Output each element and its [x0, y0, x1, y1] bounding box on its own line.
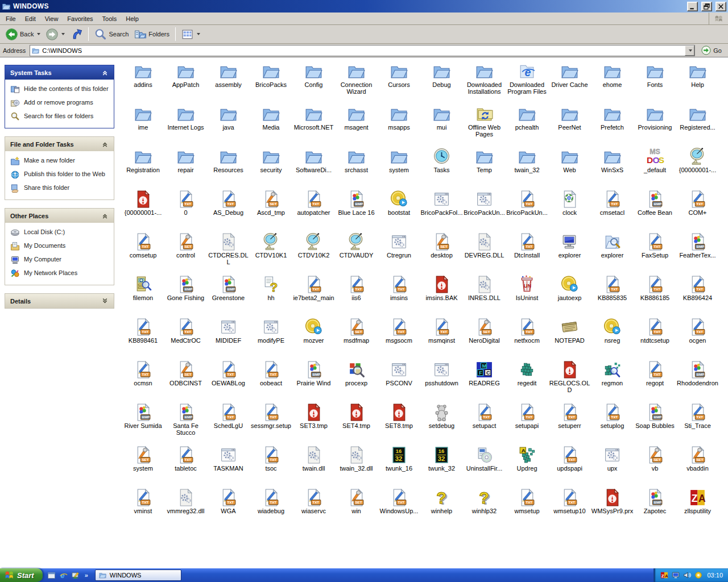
file-item[interactable]: java: [207, 103, 250, 146]
task-button-windows[interactable]: WINDOWS: [95, 569, 181, 581]
file-item[interactable]: SET3.tmp: [292, 401, 335, 444]
file-item[interactable]: TXTKB896424: [676, 273, 719, 316]
file-item[interactable]: psshutdown: [420, 359, 463, 401]
quick-launch-overflow-chevron[interactable]: »: [83, 572, 90, 579]
file-item[interactable]: TXTwmsetup10: [548, 487, 591, 529]
panel-system-tasks-header[interactable]: System Tasks: [5, 65, 114, 80]
menu-help[interactable]: Help: [121, 14, 143, 24]
file-item[interactable]: Connection Wizard: [335, 60, 378, 103]
file-item[interactable]: TXTOEWABLog: [207, 359, 250, 401]
address-dropdown-button[interactable]: [685, 45, 694, 56]
file-item[interactable]: Media: [250, 103, 292, 146]
file-item[interactable]: Debug: [420, 60, 463, 103]
file-item[interactable]: TXTsetupact: [463, 401, 506, 444]
file-item[interactable]: UninstallFir...: [463, 444, 506, 487]
internet-explorer-icon[interactable]: e: [59, 571, 68, 580]
file-item[interactable]: TXTupdspapi: [548, 444, 591, 487]
file-item[interactable]: TXTWindowsUp...: [378, 487, 420, 529]
file-item[interactable]: DEVREG.DLL: [463, 231, 506, 273]
file-item[interactable]: TXTimsins: [378, 273, 420, 316]
task-publish-folder[interactable]: Publish this folder to the Web: [10, 171, 110, 179]
views-dropdown-icon[interactable]: [197, 33, 200, 35]
menu-edit[interactable]: Edit: [20, 14, 40, 24]
file-item[interactable]: SETAscd_tmp: [250, 188, 292, 231]
file-item[interactable]: TXTAS_Debug: [207, 188, 250, 231]
file-item[interactable]: TXTie7beta2_main: [292, 273, 335, 316]
file-item[interactable]: ZAzllsputility: [676, 487, 719, 529]
file-item[interactable]: TXTtabletoc: [164, 444, 207, 487]
panel-details-header[interactable]: Details: [5, 294, 114, 308]
file-item[interactable]: twain_32.dll: [335, 444, 378, 487]
place-my-documents[interactable]: My Documents: [10, 242, 110, 251]
file-item[interactable]: BricoPacks: [250, 60, 292, 103]
volume-tray-icon[interactable]: [683, 571, 691, 579]
file-item[interactable]: BMPBlue Lace 16: [335, 188, 378, 231]
file-item[interactable]: TXTwiadebug: [250, 487, 292, 529]
file-item[interactable]: regedit: [506, 359, 548, 401]
file-item[interactable]: CTDV10K2: [292, 231, 335, 273]
file-item[interactable]: twain.dll: [292, 444, 335, 487]
restore-button[interactable]: [701, 2, 712, 11]
file-item[interactable]: twain_32: [506, 146, 548, 188]
forward-dropdown-icon[interactable]: [61, 33, 65, 35]
file-item[interactable]: SoftwareDi...: [292, 146, 335, 188]
file-item[interactable]: PeerNet: [548, 103, 591, 146]
file-item[interactable]: WMSysPr9.prx: [591, 487, 634, 529]
minimize-button[interactable]: [687, 2, 698, 11]
file-item[interactable]: BMPPrairie Wind: [292, 359, 335, 401]
file-item[interactable]: BMPGone Fishing: [164, 273, 207, 316]
file-item[interactable]: SETsystem: [122, 444, 164, 487]
file-item[interactable]: msagent: [335, 103, 378, 146]
file-item[interactable]: WinSxS: [591, 146, 634, 188]
file-item[interactable]: vmmreg32.dll: [164, 487, 207, 529]
file-item[interactable]: Tasks: [420, 146, 463, 188]
address-value[interactable]: C:\WINDOWS: [42, 47, 682, 54]
file-item[interactable]: PSCONV: [378, 359, 420, 401]
panel-other-places-header[interactable]: Other Places: [5, 209, 114, 223]
file-item[interactable]: NOTEPAD: [548, 316, 591, 359]
folders-button[interactable]: Folders: [131, 27, 172, 42]
file-item[interactable]: TXTregopt: [634, 359, 676, 401]
file-item[interactable]: Internet Logs: [164, 103, 207, 146]
file-item[interactable]: bootstat: [378, 188, 420, 231]
file-item[interactable]: explorer: [548, 231, 591, 273]
file-item[interactable]: SETODBCINST: [164, 359, 207, 401]
file-item[interactable]: Registration: [122, 146, 164, 188]
file-item[interactable]: modifyPE: [250, 316, 292, 359]
file-item[interactable]: jautoexp: [548, 273, 591, 316]
task-hide-contents[interactable]: Hide the contents of this folder: [10, 85, 110, 94]
menu-file[interactable]: File: [1, 14, 20, 24]
menu-favorites[interactable]: Favorites: [63, 14, 97, 24]
file-item[interactable]: SETdesktop: [420, 231, 463, 273]
file-item[interactable]: SETvbaddin: [676, 444, 719, 487]
file-item[interactable]: BMPRiver Sumida: [122, 401, 164, 444]
file-item[interactable]: Help: [676, 60, 719, 103]
file-item[interactable]: {00000001-...: [122, 188, 164, 231]
file-item[interactable]: TXTiis6: [335, 273, 378, 316]
file-item[interactable]: ?hh: [250, 273, 292, 316]
file-item[interactable]: TXTtsoc: [250, 444, 292, 487]
file-item[interactable]: TXTocgen: [676, 316, 719, 359]
close-button[interactable]: [715, 2, 726, 11]
file-item[interactable]: mozver: [292, 316, 335, 359]
file-item[interactable]: Config: [292, 60, 335, 103]
file-item[interactable]: BMPSanta Fe Stucco: [164, 401, 207, 444]
chevron-up-icon[interactable]: [101, 140, 109, 148]
file-item[interactable]: SETcontrol: [164, 231, 207, 273]
file-item[interactable]: TXTKB898461: [122, 316, 164, 359]
file-item[interactable]: 1632twunk_16: [378, 444, 420, 487]
up-button[interactable]: [68, 27, 85, 42]
file-item[interactable]: Provisioning: [634, 103, 676, 146]
file-item[interactable]: TXToobeact: [250, 359, 292, 401]
display-tray-icon[interactable]: [672, 571, 680, 579]
views-button[interactable]: [179, 27, 203, 42]
file-item[interactable]: MSDOS_default: [634, 146, 676, 188]
file-item[interactable]: TXTKB886185: [634, 273, 676, 316]
start-button[interactable]: Start: [0, 568, 43, 582]
file-item[interactable]: Cursors: [378, 60, 420, 103]
file-item[interactable]: Downloaded Installations: [463, 60, 506, 103]
task-add-remove-programs[interactable]: Add or remove programs: [10, 99, 110, 107]
file-item[interactable]: SET4.tmp: [335, 401, 378, 444]
file-item[interactable]: MIDIDEF: [207, 316, 250, 359]
go-button[interactable]: Go: [698, 44, 725, 56]
